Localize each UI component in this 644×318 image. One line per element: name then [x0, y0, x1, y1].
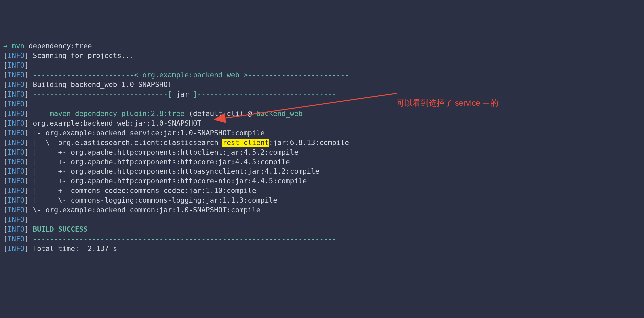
log-line: [INFO] Total time: 2.137 s — [3, 244, 641, 254]
log-level: INFO — [8, 196, 25, 204]
log-line: [INFO] --- maven-dependency-plugin:2.8:t… — [3, 109, 641, 119]
log-line: [INFO] Building backend_web 1.0-SNAPSHOT — [3, 80, 641, 90]
log-level: INFO — [8, 167, 25, 175]
prompt-line: → mvn dependency:tree — [3, 41, 641, 51]
log-level: INFO — [8, 110, 25, 118]
log-line: [INFO] org.example:backend_web:jar:1.0-S… — [3, 119, 641, 128]
log-level: INFO — [8, 148, 25, 156]
log-level: INFO — [8, 225, 25, 233]
log-line: [INFO] | +- org.apache.httpcomponents:ht… — [3, 157, 641, 167]
log-line: [INFO] \- org.example:backend_common:jar… — [3, 205, 641, 215]
log-line: [INFO] | +- org.apache.httpcomponents:ht… — [3, 167, 641, 176]
command-args: dependency:tree — [24, 42, 92, 50]
command: mvn — [12, 42, 24, 50]
log-line: [INFO] ------------------------< org.exa… — [3, 70, 641, 80]
log-level: INFO — [8, 61, 25, 69]
log-line: [INFO] | \- commons-logging:commons-logg… — [3, 196, 641, 205]
log-line: [INFO] | \- org.elasticsearch.client:ela… — [3, 138, 641, 148]
log-line: [INFO] — [3, 61, 641, 70]
log-level: INFO — [8, 177, 25, 185]
log-level: INFO — [8, 100, 25, 108]
log-line: [INFO] | +- commons-codec:commons-codec:… — [3, 186, 641, 196]
log-line: [INFO] BUILD SUCCESS — [3, 225, 641, 234]
log-level: INFO — [8, 52, 25, 60]
log-level: INFO — [8, 158, 25, 166]
log-level: INFO — [8, 245, 25, 253]
log-level: INFO — [8, 81, 25, 89]
prompt-arrow: → — [3, 42, 8, 50]
log-line: [INFO] | +- org.apache.httpcomponents:ht… — [3, 148, 641, 157]
annotation-text: 可以看到选择了 service 中的 — [397, 97, 498, 108]
log-line: [INFO] | +- org.apache.httpcomponents:ht… — [3, 176, 641, 186]
log-level: INFO — [8, 90, 25, 98]
log-level: INFO — [8, 119, 25, 127]
log-level: INFO — [8, 235, 25, 243]
log-level: INFO — [8, 187, 25, 195]
terminal-output: → mvn dependency:tree[INFO] Scanning for… — [3, 41, 641, 254]
log-line: [INFO] ---------------------------------… — [3, 234, 641, 244]
log-level: INFO — [8, 216, 25, 224]
log-level: INFO — [8, 129, 25, 137]
log-level: INFO — [8, 206, 25, 214]
log-line: [INFO] --------------------------------[… — [3, 90, 641, 99]
log-line: [INFO] Scanning for projects... — [3, 51, 641, 61]
log-line: [INFO] — [3, 99, 641, 109]
log-level: INFO — [8, 71, 25, 79]
log-level: INFO — [8, 139, 25, 147]
log-line: [INFO] ---------------------------------… — [3, 215, 641, 225]
log-line: [INFO] +- org.example:backend_service:ja… — [3, 128, 641, 138]
